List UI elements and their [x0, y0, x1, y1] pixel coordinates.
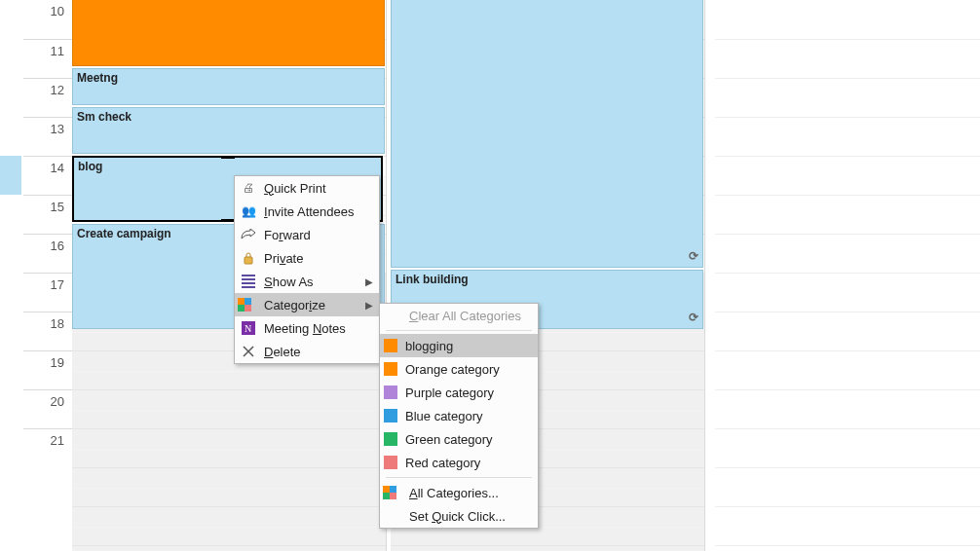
hour-label: 15	[23, 195, 72, 234]
people-icon: 👥	[239, 203, 258, 219]
submenu-cat-blue[interactable]: Blue category	[380, 404, 538, 427]
submenu-cat-orange[interactable]: Orange category	[380, 357, 538, 381]
menu-label-forward: Forward	[264, 228, 373, 242]
menu-label-delete: Delete	[264, 345, 373, 359]
submenu-label: blogging	[405, 339, 532, 353]
calendar-day-view: 10 11 12 13 14 15 16 17 18 19 20 21 Meet…	[0, 0, 980, 551]
menu-separator	[386, 477, 532, 478]
menu-label-show-as: Show As	[264, 275, 359, 289]
categorize-submenu: Clear All Categories blogging Orange cat…	[379, 303, 539, 529]
submenu-label-all-categories: All Categories...	[409, 486, 532, 500]
submenu-set-quick-click[interactable]: Set Quick Click...	[380, 504, 538, 528]
menu-invite-attendees[interactable]: 👥 Invite Attendees	[235, 200, 379, 223]
submenu-label: Orange category	[405, 362, 532, 377]
menu-label-categorize: Categorize	[264, 298, 359, 312]
event-sm-check[interactable]: Sm check	[72, 107, 385, 154]
blank-icon	[384, 308, 403, 323]
side-day-column[interactable]	[715, 0, 980, 551]
time-gutter	[0, 0, 23, 551]
event-title: Sm check	[77, 110, 132, 124]
show-as-icon	[239, 274, 258, 289]
gutter-selection	[0, 156, 21, 195]
hour-label: 21	[23, 428, 72, 467]
submenu-all-categories[interactable]: All Categories...	[380, 481, 538, 504]
lock-icon	[239, 250, 258, 266]
category-swatch-blue	[384, 409, 397, 422]
hour-label: 12	[23, 78, 72, 117]
hour-label: 16	[23, 234, 72, 273]
hour-label-column: 10 11 12 13 14 15 16 17 18 19 20 21	[23, 0, 72, 551]
submenu-label: Green category	[405, 432, 532, 447]
hour-label: 10	[23, 0, 72, 39]
menu-quick-print[interactable]: 🖨 Quick Print	[235, 176, 379, 200]
delete-icon	[239, 344, 258, 359]
menu-label-private: Private	[264, 251, 373, 266]
submenu-cat-green[interactable]: Green category	[380, 427, 538, 451]
category-swatch-orange	[384, 362, 397, 376]
event-day2-block[interactable]: ⟳	[391, 0, 703, 268]
event-title: Link building	[396, 273, 469, 286]
category-swatch-orange	[384, 339, 397, 352]
hour-label: 19	[23, 350, 72, 389]
recurrence-icon: ⟳	[689, 311, 698, 324]
categorize-icon	[384, 485, 403, 500]
forward-icon	[239, 227, 258, 242]
menu-meeting-notes[interactable]: N Meeting Notes	[235, 316, 379, 340]
hour-label: 13	[23, 117, 72, 156]
submenu-cat-blogging[interactable]: blogging	[380, 334, 538, 357]
event-title: Create campaign	[77, 227, 171, 240]
hour-label: 14	[23, 156, 72, 195]
event-title: blog	[78, 160, 102, 173]
submenu-label-clear-all: Clear All Categories	[409, 309, 532, 323]
menu-private[interactable]: Private	[235, 246, 379, 270]
hour-label: 11	[23, 39, 72, 78]
menu-delete[interactable]: Delete	[235, 340, 379, 363]
submenu-label: Red category	[405, 456, 532, 470]
resize-handle-bottom[interactable]	[221, 219, 235, 222]
menu-forward[interactable]: Forward	[235, 223, 379, 246]
event-orange-block[interactable]	[72, 0, 385, 66]
event-title: Meetng	[77, 71, 118, 85]
menu-show-as[interactable]: Show As ▶	[235, 270, 379, 293]
menu-label-quick-print: Quick Print	[264, 181, 373, 196]
menu-categorize[interactable]: Categorize ▶	[235, 293, 379, 316]
recurrence-icon: ⟳	[689, 249, 698, 263]
menu-separator	[386, 330, 532, 331]
menu-label-meeting-notes: Meeting Notes	[264, 321, 373, 336]
categorize-icon	[239, 297, 258, 312]
submenu-arrow-icon: ▶	[365, 300, 373, 311]
menu-label-invite-attendees: Invite Attendees	[264, 204, 373, 219]
submenu-cat-purple[interactable]: Purple category	[380, 381, 538, 404]
blank-icon	[384, 508, 403, 524]
hour-label: 17	[23, 273, 72, 312]
submenu-label-set-quick-click: Set Quick Click...	[409, 509, 532, 524]
onenote-icon: N	[239, 320, 258, 336]
category-swatch-purple	[384, 386, 397, 399]
submenu-clear-all[interactable]: Clear All Categories	[380, 304, 538, 327]
context-menu: 🖨 Quick Print 👥 Invite Attendees Forward	[234, 175, 380, 364]
category-swatch-green	[384, 432, 397, 446]
submenu-label: Blue category	[405, 409, 532, 423]
svg-rect-0	[245, 257, 252, 264]
resize-handle-top[interactable]	[221, 156, 235, 159]
category-swatch-red	[384, 456, 397, 469]
printer-icon: 🖨	[239, 180, 258, 196]
submenu-cat-red[interactable]: Red category	[380, 451, 538, 474]
hour-label: 20	[23, 389, 72, 428]
submenu-arrow-icon: ▶	[365, 276, 373, 287]
svg-text:N: N	[245, 323, 251, 334]
event-meeting[interactable]: Meetng	[72, 68, 385, 105]
hour-label: 18	[23, 312, 72, 350]
submenu-label: Purple category	[405, 386, 532, 400]
